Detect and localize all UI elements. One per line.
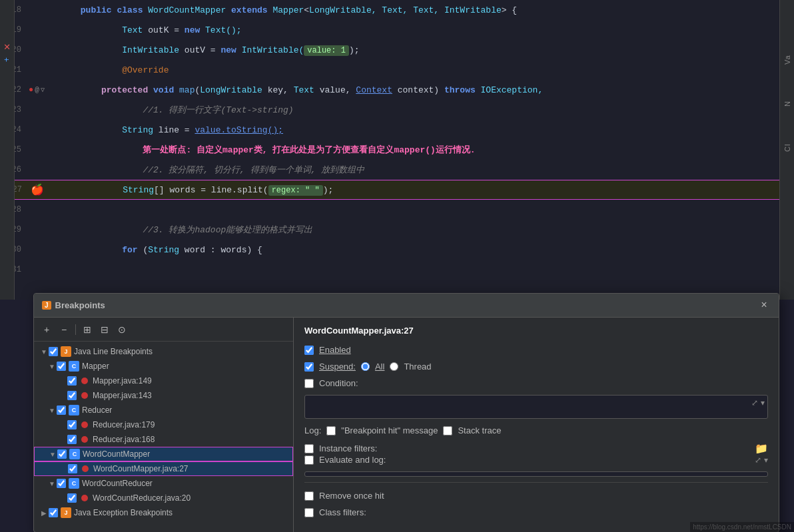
enabled-label: Enabled — [319, 345, 351, 355]
right-edge-panel: Va N Cl — [779, 0, 794, 300]
expand-icon-1[interactable]: ⤢ — [751, 398, 758, 407]
eval-expand-icon-1[interactable]: ⤢ — [755, 455, 761, 465]
tree-item-wordcountmapper[interactable]: ▼ C WordCountMapper — [34, 447, 293, 461]
wcmapper-27-label: WordCountMapper.java:27 — [93, 464, 189, 473]
tree-item-mapper-143[interactable]: Mapper.java:143 — [34, 388, 293, 403]
tree-item-reducer[interactable]: ▼ C Reducer — [34, 403, 293, 417]
toolbar-btn-5[interactable]: ⊙ — [115, 322, 129, 337]
kw: public — [81, 5, 117, 15]
wcreducer-checkbox[interactable] — [57, 479, 66, 488]
instance-folder-icon[interactable]: 📁 — [755, 442, 768, 455]
thread-radio[interactable] — [390, 362, 398, 371]
kw: class — [117, 5, 148, 15]
java-line-bp-checkbox[interactable] — [49, 347, 58, 356]
condition-checkbox[interactable] — [304, 379, 314, 388]
right-edge-c-btn[interactable]: Cl — [781, 128, 793, 168]
annotation: @Override — [122, 65, 169, 75]
mapper-class-icon: C — [69, 361, 79, 372]
apple-breakpoint-icon: 🍎 — [31, 183, 44, 196]
tree-item-reducer-168[interactable]: Reducer.java:168 — [34, 432, 293, 447]
tree-item-reducer-179[interactable]: Reducer.java:179 — [34, 417, 293, 432]
evaluate-textbox[interactable] — [304, 471, 768, 477]
expand-icon: ▼ — [48, 449, 57, 459]
bp-file-title: WordCountMapper.java:27 — [304, 326, 768, 336]
class-filters-checkbox[interactable] — [304, 508, 314, 517]
stack-trace-label: Stack trace — [458, 425, 501, 435]
comment: //1. 得到一行文字(Text->string) — [143, 105, 293, 115]
toolbar-btn-3[interactable]: ⊞ — [80, 322, 95, 337]
tree-toolbar: + − ⊞ ⊟ ⊙ — [34, 318, 293, 342]
condition-textbox[interactable]: ⤢ ▾ — [304, 395, 768, 419]
code: outV = — [185, 45, 221, 55]
plus-icon: + — [3, 57, 12, 62]
mapper-143-checkbox[interactable] — [67, 391, 77, 400]
eval-expand-icon-2[interactable]: ▾ — [764, 455, 768, 465]
suspend-checkbox[interactable] — [304, 362, 314, 372]
wcmapper-27-checkbox[interactable] — [68, 464, 77, 473]
no-expand — [58, 435, 67, 444]
code: ); — [349, 45, 360, 55]
mapper-149-checkbox[interactable] — [67, 376, 77, 386]
stack-trace-checkbox[interactable] — [443, 426, 452, 435]
bp-java-icon: J — [42, 301, 51, 310]
wcreducer-20-checkbox[interactable] — [67, 493, 77, 503]
remove-once-checkbox[interactable] — [304, 491, 314, 501]
enabled-checkbox[interactable] — [304, 346, 314, 355]
wcreducer-20-label: WordCountReducer.java:20 — [93, 493, 191, 503]
enabled-row: Enabled — [304, 345, 768, 355]
tree-item-wcreducer-20[interactable]: WordCountReducer.java:20 — [34, 491, 293, 505]
suspend-label: Suspend: — [319, 362, 356, 372]
code: outK = — [148, 25, 185, 35]
bp-hit-message-checkbox[interactable] — [326, 426, 336, 435]
evaluate-checkbox[interactable] — [304, 455, 314, 465]
right-edge-v-btn[interactable]: Va — [781, 40, 793, 80]
class-filters-label: Class filters: — [319, 507, 366, 517]
all-radio[interactable] — [361, 362, 370, 371]
condition-label: Condition: — [319, 378, 358, 388]
toolbar-btn-4[interactable]: ⊟ — [97, 322, 112, 337]
kw: extends — [231, 5, 272, 15]
expand-icon: ▼ — [39, 347, 49, 356]
all-label: All — [375, 362, 384, 372]
condition-box-icons: ⤢ ▾ — [751, 398, 765, 407]
tree-item-wordcountreducer[interactable]: ▼ C WordCountReducer — [34, 476, 293, 491]
separator — [304, 482, 768, 483]
eval-expand-icons: ⤢ ▾ — [755, 455, 768, 465]
line-22-gutter-icons: ● @ ▽ — [29, 85, 45, 95]
left-gutter-strip: ✕ + — [0, 0, 15, 300]
breakpoint-details-panel: WordCountMapper.java:27 Enabled Suspend:… — [294, 318, 779, 532]
reducer-179-checkbox[interactable] — [67, 420, 77, 429]
remove-once-row: Remove once hit — [304, 491, 768, 501]
comment: //2. 按分隔符, 切分行, 得到每一个单词, 放到数组中 — [143, 165, 364, 175]
tree-item-wcmapper-27[interactable]: WordCountMapper.java:27 — [34, 461, 293, 476]
add-breakpoint-button[interactable]: + — [39, 322, 54, 337]
mapper-149-label: Mapper.java:149 — [93, 376, 152, 386]
reducer-168-checkbox[interactable] — [67, 435, 77, 444]
type: String — [123, 185, 154, 195]
thread-label: Thread — [404, 362, 431, 372]
watermark: https://blog.csdn.net/nmstLCSDN — [690, 522, 794, 532]
punct: < — [304, 5, 309, 15]
expand-icon-2[interactable]: ▾ — [761, 398, 765, 407]
right-edge-n-btn[interactable]: N — [781, 84, 793, 124]
no-expand — [58, 420, 67, 429]
dialog-close-button[interactable]: × — [757, 299, 771, 312]
tree-item-java-line-breakpoints[interactable]: ▼ J Java Line Breakpoints — [34, 344, 293, 359]
reducer-checkbox[interactable] — [57, 405, 66, 415]
wcmapper-class-icon: C — [69, 449, 80, 459]
mapper-checkbox[interactable] — [57, 362, 66, 371]
tree-item-mapper-149[interactable]: Mapper.java:149 — [34, 374, 293, 388]
breakpoint-indicator: ● — [29, 85, 33, 95]
tree-item-mapper[interactable]: ▼ C Mapper — [34, 359, 293, 374]
tree-item-java-exception-bp[interactable]: ▶ J Java Exception Breakpoints — [34, 505, 293, 520]
java-line-bp-label: Java Line Breakpoints — [74, 347, 153, 356]
wcmapper-checkbox[interactable] — [57, 449, 67, 459]
mapper-143-label: Mapper.java:143 — [93, 391, 152, 400]
instance-filters-checkbox[interactable] — [304, 444, 314, 453]
java-icon: J — [61, 346, 71, 357]
reducer-168-icon — [79, 434, 90, 445]
log-label: Log: — [304, 425, 321, 435]
reducer-168-label: Reducer.java:168 — [93, 435, 155, 444]
remove-breakpoint-button[interactable]: − — [57, 322, 71, 337]
java-exception-checkbox[interactable] — [49, 508, 58, 517]
